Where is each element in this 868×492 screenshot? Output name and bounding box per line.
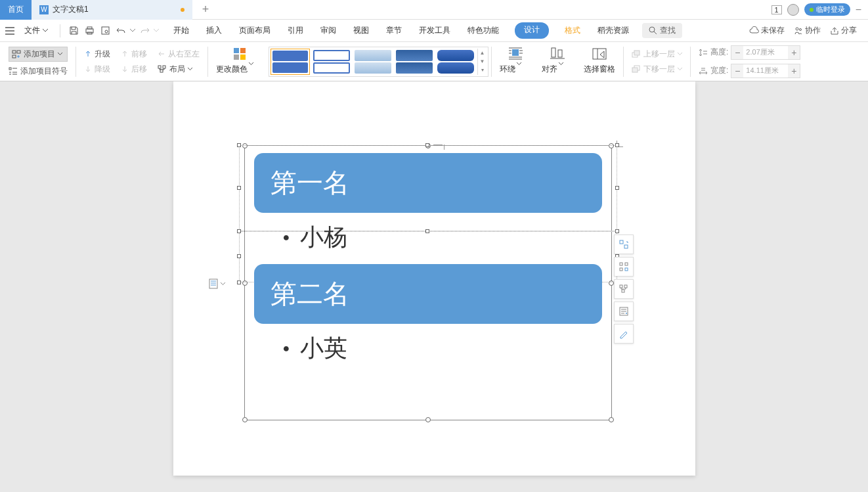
height-minus[interactable]: − [731,46,743,59]
smartart-header-2[interactable]: 第二名 [254,264,602,324]
tab-section[interactable]: 章节 [385,22,403,39]
tab-view[interactable]: 视图 [352,22,370,39]
page[interactable]: 第一名 小杨 第二名 小英 [173,81,695,476]
promote-button[interactable]: 升级 [84,49,110,60]
gallery-more[interactable]: ▾ [478,66,487,74]
svg-rect-26 [632,68,638,72]
smartart-header-1[interactable]: 第一名 [254,153,602,213]
align-icon [550,47,565,61]
gallery-down[interactable]: ▼ [478,57,487,66]
tab-home[interactable]: 首页 [0,0,32,20]
svg-rect-9 [12,55,16,58]
collab-icon [794,26,803,35]
smartart[interactable]: 第一名 小杨 第二名 小英 [254,153,602,375]
layer-down-icon [632,65,641,73]
tab-special[interactable]: 特色功能 [466,22,500,39]
doc-title: 文字文稿1 [53,4,89,15]
menu-icon[interactable] [3,24,16,37]
tool-1[interactable] [614,235,634,254]
avatar-icon[interactable] [787,4,799,16]
tab-document[interactable]: W 文字文稿1 [32,0,192,20]
tab-pagelayout[interactable]: 页面布局 [238,22,272,39]
tool-2[interactable] [614,257,634,277]
tab-devtools[interactable]: 开发工具 [418,22,452,39]
width-minus[interactable]: − [731,64,743,78]
tab-insert[interactable]: 插入 [205,22,223,39]
svg-rect-35 [624,285,627,288]
share-button[interactable]: 分享 [830,25,857,36]
style-5[interactable] [436,49,475,75]
handle-bm[interactable] [425,417,431,422]
style-1[interactable] [271,49,310,75]
smartart-item-2[interactable]: 小英 [254,329,602,375]
side-tools [614,235,634,344]
tab-reference[interactable]: 引用 [286,22,305,39]
height-value[interactable]: 2.07厘米 [743,46,788,59]
move-down-button[interactable]: 下移一层 [632,64,682,75]
tab-format[interactable]: 格式 [563,22,582,39]
svg-rect-14 [160,70,163,72]
add-item-button[interactable]: 添加项目 [9,47,68,62]
collab-button[interactable]: 协作 [794,25,821,36]
height-plus[interactable]: + [788,46,800,59]
move-up-button[interactable]: 上移一层 [632,49,682,60]
chevron-down-icon[interactable] [130,29,135,32]
demote-button[interactable]: 降级 [84,64,110,75]
change-color-button[interactable]: 更改颜色 [211,45,269,78]
login-button[interactable]: 临时登录 [804,3,850,16]
svg-point-7 [800,28,802,30]
style-3[interactable] [353,49,393,75]
chevron-down-icon[interactable] [154,29,159,32]
svg-rect-33 [625,268,628,271]
style-4[interactable] [395,49,434,75]
search-icon [649,26,657,35]
backward-button[interactable]: 后移 [121,64,147,75]
tool-4[interactable] [614,302,634,321]
print-icon[interactable] [83,24,96,37]
add-tab-button[interactable]: + [192,3,219,16]
tab-start[interactable]: 开始 [172,22,190,39]
tab-design[interactable]: 设计 [515,22,549,39]
svg-rect-10 [17,51,20,53]
select-pane-button[interactable]: 选择窗格 [578,47,620,76]
layout-options[interactable] [209,279,225,289]
svg-rect-28 [620,240,623,244]
smartart-item-1[interactable]: 小杨 [254,218,602,264]
select-pane-icon [592,48,607,62]
chevron-down-icon [678,68,682,70]
chevron-down-icon [58,53,62,55]
style-2[interactable] [312,49,351,75]
handle-bl[interactable] [242,417,248,422]
svg-rect-15 [234,48,239,53]
arrow-down-icon [121,65,129,73]
chevron-down-icon [559,62,573,77]
unsaved-button[interactable]: 未保存 [749,25,785,36]
width-value[interactable]: 14.11厘米 [743,64,788,78]
tool-5[interactable] [614,324,634,344]
align-button[interactable]: 对齐 [536,45,578,78]
counter-badge[interactable]: 1 [771,5,782,14]
save-icon[interactable] [67,24,80,37]
tool-3[interactable] [614,279,634,299]
height-label: 高度: [710,47,728,58]
layout-button[interactable]: 布局 [158,64,200,75]
arrow-up-icon [84,50,92,58]
svg-rect-27 [209,279,217,288]
file-menu[interactable]: 文件 [19,23,53,38]
canvas-area[interactable]: 第一名 小杨 第二名 小英 [0,81,868,492]
tab-review[interactable]: 审阅 [319,22,337,39]
svg-rect-18 [240,55,246,60]
redo-icon[interactable] [138,24,151,37]
add-bullet-button[interactable]: 添加项目符号 [9,66,68,77]
gallery-up[interactable]: ▲ [478,49,487,57]
wrap-button[interactable]: 环绕 [494,45,536,78]
preview-icon[interactable] [98,24,112,37]
width-plus[interactable]: + [788,64,800,78]
forward-button[interactable]: 前移 [121,49,147,60]
minimize-icon[interactable]: − [856,4,861,16]
undo-icon[interactable] [114,24,127,37]
tab-resources[interactable]: 稻壳资源 [596,22,630,39]
search-box[interactable]: 查找 [642,23,682,38]
rtl-button[interactable]: 从右至左 [158,49,200,60]
handle-br[interactable] [609,417,614,422]
